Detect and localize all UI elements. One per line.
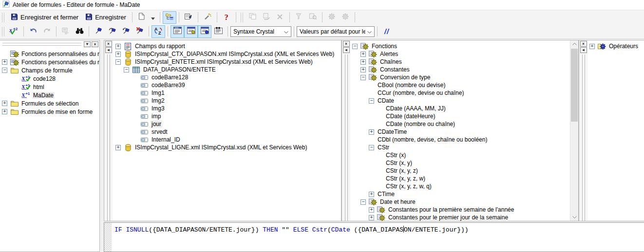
collapse-left-icon[interactable]: ◂ [580, 47, 587, 53]
properties-button[interactable] [182, 11, 195, 24]
check-formula-wand-button[interactable] [201, 11, 214, 24]
workshop-tree-toggle-button[interactable] [163, 11, 176, 24]
bookmark-next-button[interactable] [105, 25, 119, 38]
tree-item[interactable]: CDate (nombre ou chaîne) [350, 120, 570, 128]
expand-icon[interactable]: + [360, 59, 366, 65]
expand-icon[interactable]: + [369, 207, 374, 213]
collapse-icon[interactable]: − [115, 59, 121, 65]
tree-item[interactable]: CCur (nombre, devise ou chaîne) [350, 89, 570, 97]
null-handling-combo[interactable]: Valeurs par défaut pour les v [297, 26, 375, 37]
tree-item[interactable]: +Formules de sélection [0, 99, 99, 108]
tree-item[interactable]: +CTime [350, 190, 570, 198]
tree-item[interactable]: +Champs du rapport [113, 42, 341, 50]
bookmark-prev-button[interactable] [119, 25, 133, 38]
tree-item[interactable]: −Conversion de type [350, 73, 570, 81]
bookmark-toggle-button[interactable] [92, 25, 105, 38]
expand-icon[interactable]: + [115, 44, 121, 49]
collapse-left-icon[interactable]: ◂ [105, 47, 112, 53]
tree-item[interactable]: CDbl (nombre, devise, chaîne ou booléen) [350, 136, 570, 144]
syntax-combo[interactable]: Syntaxe Crystal [230, 26, 291, 37]
expand-icon[interactable]: + [369, 192, 374, 197]
new-formula-dropdown[interactable] [149, 11, 157, 24]
expand-icon[interactable]: + [115, 52, 121, 57]
close-icon[interactable]: x [580, 41, 587, 47]
collapse-icon[interactable]: − [2, 68, 7, 73]
operator-tree-toggle-button[interactable] [198, 25, 211, 38]
expand-icon[interactable]: + [2, 101, 7, 106]
tree-item[interactable]: X+1MaDate [0, 91, 99, 99]
scroll-down-icon[interactable] [570, 214, 578, 221]
expand-icon[interactable]: + [2, 59, 7, 65]
tree-item[interactable]: +Constantes pour la première semaine de … [350, 206, 570, 214]
functions-scrollbar[interactable] [570, 40, 578, 221]
tree-item[interactable]: −Fonctions [350, 42, 570, 50]
expand-icon[interactable]: + [369, 215, 374, 220]
tree-item[interactable]: −Date et heure [350, 198, 570, 206]
workshop-panel-grip[interactable]: ▾ x [0, 40, 99, 48]
find-button[interactable] [73, 25, 86, 38]
tree-item[interactable]: +Alertes [350, 50, 570, 58]
sort-trees-button[interactable]: AZ [152, 25, 165, 38]
expand-icon[interactable]: + [115, 145, 121, 150]
tree-item[interactable]: +Chaînes [350, 58, 570, 66]
tree-item[interactable]: CDate (AAAA, MM, JJ) [350, 105, 570, 112]
formula-editor[interactable]: IF ISNULL({DATA_DIAPASON/ENTETE.jour}) T… [104, 222, 644, 252]
tree-item[interactable]: codeBarre128 [113, 73, 341, 81]
expand-icon[interactable]: + [369, 129, 374, 135]
tree-item[interactable]: X+1code128 [0, 74, 99, 83]
scrollbar-thumb[interactable] [571, 49, 578, 122]
close-icon[interactable]: x [105, 41, 112, 47]
toolbar-grip[interactable] [2, 13, 4, 22]
tree-item[interactable]: +Constantes pour le premier jour de la s… [350, 214, 570, 221]
tree-item[interactable]: −CDate [350, 97, 570, 105]
formula-code[interactable]: IF ISNULL({DATA_DIAPASON/ENTETE.jour}) T… [112, 223, 469, 252]
tree-item[interactable]: −CStr [350, 144, 570, 151]
new-formula-button[interactable] [135, 11, 149, 24]
expand-icon[interactable]: + [360, 67, 366, 72]
tree-item[interactable]: CStr (x, y, z, w, q) [350, 182, 570, 190]
undo-button[interactable] [26, 25, 40, 38]
collapse-icon[interactable]: − [352, 44, 358, 49]
panel-grip-rail[interactable] [2, 43, 81, 46]
tree-item[interactable]: Img1 [113, 89, 341, 97]
tree-item[interactable]: CStr (x, y, z, w) [350, 175, 570, 182]
tree-item[interactable]: +Fonctions personnalisées du réfé [0, 58, 99, 66]
tree-item[interactable]: X+1html [0, 83, 99, 91]
tree-item[interactable]: −Champs de formule [0, 66, 99, 74]
collapse-icon[interactable]: − [124, 67, 129, 72]
scroll-up-icon[interactable] [570, 40, 578, 48]
collapse-icon[interactable]: − [360, 199, 366, 205]
tree-item[interactable]: CStr (x, y) [350, 159, 570, 167]
expand-icon[interactable]: + [2, 109, 7, 114]
panel-splitter[interactable] [107, 54, 110, 221]
expand-icon[interactable]: + [589, 44, 595, 49]
check-formula-button[interactable]: x+2 [7, 25, 21, 38]
tree-item[interactable]: Internal_ID [113, 136, 341, 144]
tree-item[interactable]: +Formules de mise en forme [0, 108, 99, 116]
tree-item[interactable]: +Constantes [350, 66, 570, 73]
help-button[interactable]: ? [220, 11, 233, 24]
collapse-icon[interactable]: − [369, 98, 374, 104]
tree-item[interactable]: Fonctions personnalisées du rap [0, 50, 99, 58]
tree-item[interactable]: codeBarre39 [113, 81, 341, 89]
tree-item[interactable]: +ISImpCrystal_CTX_DIAPASON.xml ISImpCrys… [113, 50, 341, 58]
expand-icon[interactable]: + [360, 52, 366, 57]
tree-item[interactable]: Img3 [113, 105, 341, 112]
save-and-close-button[interactable]: Enregistrer et fermer [7, 11, 82, 24]
tree-item[interactable]: Img2 [113, 97, 341, 105]
toolbar-grip[interactable] [2, 27, 4, 36]
tree-item[interactable]: +ISImpCrystal_LIGNE.xml ISImpCrystal.xsd… [113, 144, 341, 151]
collapse-icon[interactable]: − [360, 75, 366, 80]
close-icon[interactable]: x [343, 41, 350, 47]
tree-item[interactable]: jour [113, 120, 341, 128]
tree-item[interactable]: −DATA_DIAPASON/ENTETE [113, 66, 341, 73]
comment-button[interactable]: // [380, 25, 394, 38]
function-tree-toggle-button[interactable] [184, 25, 198, 38]
tree-item[interactable]: CBool (nombre ou devise) [350, 81, 570, 89]
tree-item[interactable]: CStr (x, y, z) [350, 167, 570, 175]
tree-item[interactable]: +Opérateurs [587, 42, 644, 50]
panel-menu-button[interactable]: ▾ [84, 41, 91, 47]
panel-splitter[interactable] [582, 54, 585, 221]
tree-item[interactable]: +CDateTime [350, 128, 570, 136]
tree-item[interactable]: −ISImpCrystal_ENTETE.xml ISImpCrystal.xs… [113, 58, 341, 66]
